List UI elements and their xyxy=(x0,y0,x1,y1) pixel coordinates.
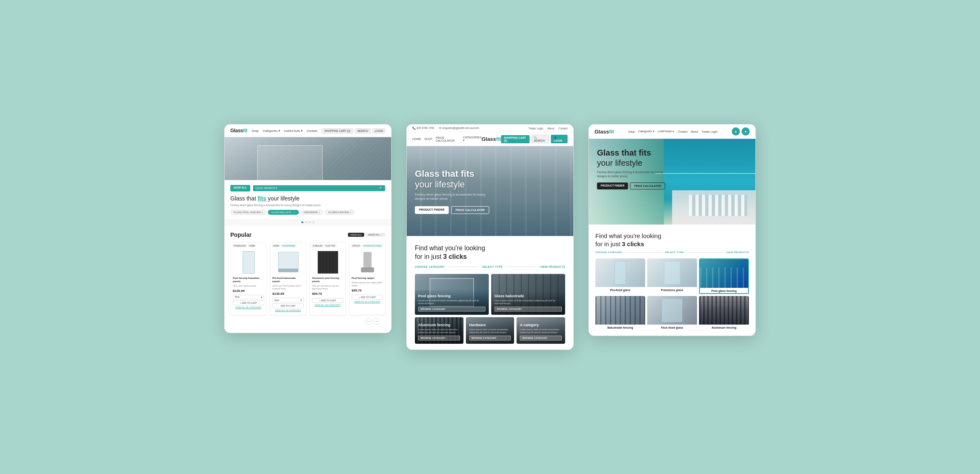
screen3-nav-icons: ● ● xyxy=(732,127,750,136)
glass-panel-img xyxy=(243,251,255,274)
screen3-find-section: Find what you're lookingfor in just 3 cl… xyxy=(589,225,755,336)
product-2-view-link[interactable]: VIEW ALL IN CATEGORY xyxy=(272,309,304,312)
cat-pool-glass[interactable]: Pool glass fencing xyxy=(699,258,749,294)
product-1-view-link[interactable]: VIEW ALL IN CATEGORY xyxy=(233,306,264,309)
product-2: 10MM TOUGHENED Pin-fixed balustrade pane… xyxy=(270,242,306,315)
pill-aluminum[interactable]: ALUMIN FENCING × xyxy=(325,210,354,215)
dot-2[interactable] xyxy=(305,221,307,223)
dot-1[interactable] xyxy=(301,221,303,223)
product-3-price: $95.70 xyxy=(310,291,345,297)
glass-panel2-img xyxy=(278,252,298,272)
price-calc-button[interactable]: PRICE CALCULATOR xyxy=(630,182,665,189)
search-button[interactable]: 🔍 SEARCH xyxy=(531,135,549,143)
cart-button[interactable]: SHOPPING CART (0) xyxy=(321,128,353,134)
nav-trader-login[interactable]: Trader Login xyxy=(702,130,717,133)
product-3-tags: TUBULAR FLAT TOP xyxy=(310,243,345,248)
product-2-price: $135.85 xyxy=(270,291,306,297)
next-button[interactable]: → xyxy=(373,318,380,325)
nav-shop[interactable]: SHOP xyxy=(424,138,432,140)
product-2-add-button[interactable]: ADD TO CART xyxy=(272,303,304,308)
nav-categories[interactable]: CATEGORIES ▾ xyxy=(463,136,481,142)
product-1-size[interactable]: Size ▾ xyxy=(233,295,264,299)
product-4-view-link[interactable]: VIEW ALL IN CATEGORY xyxy=(352,300,383,303)
cat-pin-img xyxy=(595,258,645,287)
nav-about[interactable]: About xyxy=(690,130,698,133)
product-1-sub: Ultra clear glass panels xyxy=(231,284,266,288)
nav-icon-2[interactable]: ● xyxy=(742,127,750,136)
nav-contact[interactable]: Contact xyxy=(677,130,687,133)
cat-aluminum-browse-btn[interactable]: BROWSE CATEGORY xyxy=(418,336,460,340)
fence-bars-img xyxy=(318,251,338,274)
nav-categories[interactable]: Categories ▾ xyxy=(638,130,655,133)
nav-shop[interactable]: Shop xyxy=(628,130,635,133)
dot-3[interactable] xyxy=(309,221,311,223)
product-1-add-button[interactable]: + ADD TO CART xyxy=(233,300,264,305)
cat-balustrade[interactable]: Glass balustrade Lorem ipsum dolor sit a… xyxy=(491,274,565,315)
nav-link-shop[interactable]: Shop xyxy=(252,129,259,133)
product-4-add-button[interactable]: + ADD TO CART xyxy=(352,295,383,300)
nav-link-categories[interactable]: Categories ▾ xyxy=(263,129,280,133)
prev-button[interactable]: ← xyxy=(365,318,372,325)
screen2-hero: Glass that fitsyour lifestyle Factory di… xyxy=(407,146,573,236)
cat-pool-glass[interactable]: Pool glass fencing Lorem ipsum dolor sit… xyxy=(415,274,489,315)
dot-4[interactable] xyxy=(312,221,314,223)
cart-button[interactable]: SHOPPING CART (0) xyxy=(501,135,530,143)
cat-aluminum-name: Aluminum fencing xyxy=(418,323,460,327)
cat-pin-fixed[interactable]: Pin-fixed glass xyxy=(595,258,645,294)
hero-buttons: PRODUCT FINDER PRICE CALCULATOR xyxy=(597,182,670,189)
email-address: ✉ enquiries@glassfit.com.au/com xyxy=(439,127,479,130)
about-link[interactable]: About xyxy=(548,127,555,130)
find-steps: CHOOSE CATEGORY SELECT TYPE VIEW PRODUCT… xyxy=(415,265,565,268)
view-all-button[interactable]: VIEW ALL xyxy=(348,233,364,237)
screen3-hero: Glass that fitsyour lifestyle Factory di… xyxy=(589,139,755,225)
cat-balustrade-browse-btn[interactable]: BROWSE CATEGORY xyxy=(494,307,562,312)
screen2-topbar: 📞 305 9786 7766 ✉ enquiries@glassfit.com… xyxy=(407,125,573,132)
nav-home[interactable]: HOME xyxy=(412,138,421,140)
search-input-display[interactable]: CLICK SEARCH ▾ 🔍 xyxy=(253,185,385,191)
search-button[interactable]: SEARCH xyxy=(355,128,371,134)
cat-other-browse-btn[interactable]: BROWSE CATEGORY xyxy=(520,336,562,340)
hero-title: Glass that fitsyour lifestyle xyxy=(597,148,670,168)
hero-subtitle: Factory direct glass fencing & accessori… xyxy=(597,170,670,178)
cat-hardware[interactable]: Hardware Lorem ipsum dolor sit amet cons… xyxy=(466,317,514,344)
login-button[interactable]: 👤 LOGIN xyxy=(551,135,568,143)
nav-link-tools[interactable]: Useful tools ▾ xyxy=(284,129,303,133)
nav-linkprivate[interactable]: LinkPrivate ▾ xyxy=(658,130,675,133)
product-3-add-button[interactable]: + ADD TO CART xyxy=(312,298,343,303)
nav-link-contact[interactable]: Contact xyxy=(307,129,317,133)
step-divider-2 xyxy=(686,252,724,253)
screen1-actions: SHOPPING CART (0) SEARCH LOGIN xyxy=(321,128,385,134)
product-1-tags: FRAMELESS 10MM xyxy=(231,243,266,248)
shop-all-button[interactable]: SHOP ALL xyxy=(230,185,250,191)
login-button[interactable]: LOGIN xyxy=(372,128,385,134)
cat-aluminum-desc: Lorem ipsum dolor sit amet consectetur a… xyxy=(418,328,460,334)
cat-aluminum[interactable]: Aluminum fencing xyxy=(699,296,749,330)
cat-hardware-browse-btn[interactable]: BROWSE CATEGORY xyxy=(469,336,511,340)
pill-hardware[interactable]: HARDWARE × xyxy=(301,210,323,215)
product-finder-button[interactable]: PRODUCT FINDER xyxy=(415,206,449,214)
product-2-size[interactable]: Size ▾ xyxy=(272,298,304,302)
tag-flat-top: FLAT TOP xyxy=(324,244,336,247)
cat-face-fixed[interactable]: Face-fixed glass xyxy=(647,296,697,330)
cat-aluminum[interactable]: Aluminum fencing Lorem ipsum dolor sit a… xyxy=(415,317,463,344)
cat-other-name: A category xyxy=(520,323,562,327)
hero-subtitle: Factory direct glass fencing & accessori… xyxy=(415,193,497,201)
price-calc-button[interactable]: PRICE CALCULATOR xyxy=(451,206,489,214)
contact-link[interactable]: Contact xyxy=(559,127,568,130)
hero-title-bold: fits xyxy=(258,195,266,202)
cat-balustr[interactable]: Balustrade fencing xyxy=(595,296,645,330)
product-finder-button[interactable]: PRODUCT FINDER xyxy=(597,182,628,189)
cat-other[interactable]: A category Lorem ipsum dolor sit amet co… xyxy=(517,317,565,344)
cat-frameless[interactable]: Frameless glass xyxy=(647,258,697,294)
pill-pool[interactable]: GLASS POOL FENCING × xyxy=(230,210,266,215)
cat-pin-label: Pin-fixed glass xyxy=(595,287,645,292)
nav-price-calc[interactable]: PRICE CALCULATOR xyxy=(436,136,460,142)
trader-login-link[interactable]: Trader Login xyxy=(528,127,543,130)
product-3-view-link[interactable]: VIEW ALL IN CATEGORY xyxy=(312,304,343,306)
shop-all-button[interactable]: SHOP ALL → xyxy=(366,233,385,237)
cat-frameless-label: Frameless glass xyxy=(647,287,697,292)
cat-pool-browse-btn[interactable]: BROWSE CATEGORY xyxy=(418,307,486,312)
pill-balustr[interactable]: GLASS BALUSTR... × xyxy=(268,210,299,215)
cat-balustr-label: Balustrade fencing xyxy=(595,325,645,330)
nav-icon-1[interactable]: ● xyxy=(732,127,740,136)
